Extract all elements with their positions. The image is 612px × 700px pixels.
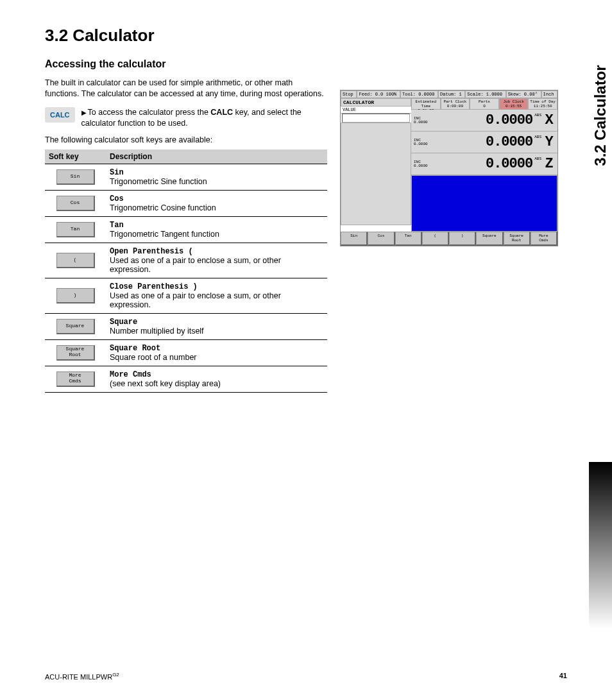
table-row: TanTanTrigonometric Tangent function [45,216,327,243]
top-skew: Skew: 0.00° [506,90,541,98]
top-datum: Datum: 1 [438,90,465,98]
axis-label: X [543,112,555,128]
table-row: More CmdsMore Cmds(see next soft key dis… [45,366,327,392]
bottom-soft-key[interactable]: Sin [341,232,368,246]
calc-key-icon: CALC [45,107,75,123]
bottom-soft-key[interactable]: More Cmds [531,232,557,246]
axis-reading: 0.0000 [433,134,532,150]
table-row: CosCosTrigonometric Cosine function [45,190,327,216]
soft-key-button[interactable]: Square [56,319,95,334]
soft-key-button[interactable]: Sin [56,169,95,185]
bottom-soft-key[interactable]: Square Root [504,232,531,246]
bottom-soft-key[interactable]: Square [476,232,503,246]
mid-partclock: Part Clock0:00:00 [441,98,470,110]
side-tab: 3.2 Calculator [589,26,612,205]
page-heading: 3.2 Calculator [45,26,327,46]
mid-parts: Parts0 [470,98,499,110]
soft-key-button[interactable]: ( [56,253,95,268]
mid-job: Job Clock0:15:55 [499,98,529,110]
value-input[interactable] [342,114,410,123]
value-label: VALUE [341,107,411,114]
mid-est: Estimated Time0:01:02 [411,98,441,110]
th-desc: Description [106,149,327,164]
top-tool: Tool: 0.0000 [400,90,438,98]
marker-icon: ▶ [81,109,87,116]
soft-key-button[interactable]: Tan [56,222,95,237]
footer: ACU-RITE MILLPWRG2 41 [45,672,567,681]
top-scale: Scale: 1.0000 [465,90,506,98]
instruction-text: ▶To access the calculator press the CALC… [81,107,327,129]
desc-cell: CosTrigonometric Cosine function [106,190,327,216]
soft-key-button[interactable]: Square Root [56,345,95,361]
footer-product: ACU-RITE MILLPWRG2 [45,672,119,681]
axis-row: INC0.0000 0.0000 ABS X [411,110,557,132]
top-feed: Feed: 0.0 100% [357,90,400,98]
desc-cell: SquareNumber multiplied by itself [106,313,327,339]
bottom-soft-key[interactable]: Cos [368,232,395,246]
soft-key-button[interactable]: Cos [56,196,95,211]
calc-header: CALCULATOR [341,98,411,107]
axis-reading: 0.0000 [433,156,532,172]
desc-cell: Square RootSquare root of a number [106,339,327,366]
desc-cell: SinTrigonometric Sine function [106,164,327,190]
top-stop: Stop [341,90,357,98]
graphics-area [411,175,557,232]
instruction-row: CALC ▶To access the calculator press the… [45,107,327,129]
axis-label: Z [543,156,555,172]
table-intro: The following calculator soft keys are a… [45,135,327,144]
desc-cell: TanTrigonometric Tangent function [106,216,327,243]
desc-cell: More Cmds(see next soft key display area… [106,366,327,392]
table-row: (Open Parenthesis (Used as one of a pair… [45,243,327,278]
soft-key-button[interactable]: ) [56,288,95,303]
axis-reading: 0.0000 [433,112,532,128]
table-row: SquareSquareNumber multiplied by itself [45,313,327,339]
table-row: )Close Parenthesis )Used as one of a pai… [45,278,327,313]
mid-tod: Time of Day11:25:50 [528,98,557,110]
axis-label: Y [543,134,555,150]
sub-heading: Accessing the calculator [45,58,327,70]
softkey-table: Soft key Description SinSinTrigonometric… [45,149,327,393]
table-row: Square RootSquare RootSquare root of a n… [45,339,327,366]
desc-cell: Close Parenthesis )Used as one of a pair… [106,278,327,313]
bottom-soft-key[interactable]: ) [449,232,476,246]
intro-text: The built in calculator can be used for … [45,78,327,99]
gradient-bar [589,462,612,629]
table-row: SinSinTrigonometric Sine function [45,164,327,190]
axis-row: INC0.0000 0.0000 ABS Y [411,132,557,153]
th-softkey: Soft key [45,149,106,164]
axis-row: INC0.0000 0.0000 ABS Z [411,153,557,175]
bottom-soft-key[interactable]: ( [422,232,449,246]
bottom-soft-key[interactable]: Tan [395,232,422,246]
top-unit: Inch [541,90,557,98]
soft-key-button[interactable]: More Cmds [56,371,95,387]
screenshot: Stop Feed: 0.0 100% Tool: 0.0000 Datum: … [340,90,558,246]
desc-cell: Open Parenthesis (Used as one of a pair … [106,243,327,278]
page-number: 41 [559,672,567,681]
